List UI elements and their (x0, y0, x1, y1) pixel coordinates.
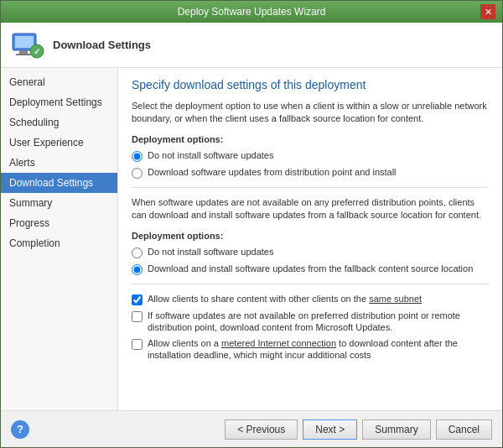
svg-rect-2 (19, 50, 28, 54)
summary-button[interactable]: Summary (362, 419, 430, 440)
checkbox2-label: If software updates are not available on… (148, 310, 489, 334)
next-button[interactable]: Next > (303, 419, 357, 440)
content-area: General Deployment Settings Scheduling U… (1, 68, 502, 410)
footer-buttons: < Previous Next > Summary Cancel (225, 419, 492, 440)
section2-option2-label: Download and install software updates fr… (148, 263, 473, 274)
section2-option1: Do not install software updates (132, 246, 489, 258)
sidebar-item-scheduling[interactable]: Scheduling (1, 112, 117, 133)
divider1 (132, 187, 489, 188)
header-title: Download Settings (53, 39, 151, 51)
page-title: Specify download settings of this deploy… (132, 78, 489, 91)
sidebar-item-completion[interactable]: Completion (1, 233, 117, 253)
help-button[interactable]: ? (11, 420, 29, 439)
checkbox1[interactable] (132, 294, 143, 305)
checkbox3-row: Allow clients on a metered Internet conn… (132, 337, 489, 362)
checkbox1-label: Allow clients to share content with othe… (148, 293, 422, 305)
section1-description: Select the deployment option to use when… (132, 100, 489, 126)
svg-rect-3 (16, 54, 31, 55)
section1-label: Deployment options: (132, 134, 489, 144)
section2-radio2[interactable] (132, 264, 143, 275)
sidebar-item-summary[interactable]: Summary (1, 193, 117, 213)
sidebar-item-general[interactable]: General (1, 72, 117, 92)
wizard-header-icon: ✓ (11, 29, 44, 62)
checkbox2[interactable] (132, 311, 143, 322)
sidebar-item-download-settings[interactable]: Download Settings (1, 173, 117, 193)
section1-option2: Download software updates from distribut… (132, 166, 489, 179)
checkbox1-row: Allow clients to share content with othe… (132, 293, 489, 305)
sidebar-item-user-experience[interactable]: User Experience (1, 133, 117, 153)
section2-option2: Download and install software updates fr… (132, 263, 489, 275)
close-button[interactable]: ✕ (480, 4, 495, 19)
section1-option1-label: Do not install software updates (148, 149, 273, 161)
divider2 (132, 284, 489, 284)
checkbox3[interactable] (132, 339, 143, 350)
section1-radio2[interactable] (132, 168, 143, 179)
svg-rect-1 (15, 36, 34, 48)
checkbox3-label: Allow clients on a metered Internet conn… (148, 337, 489, 362)
section1-option1: Do not install software updates (132, 149, 489, 162)
cancel-button[interactable]: Cancel (436, 419, 492, 440)
checkbox2-row: If software updates are not available on… (132, 310, 489, 334)
wizard-window: Deploy Software Updates Wizard ✕ ✓ Downl… (0, 0, 503, 448)
wizard-body: General Deployment Settings Scheduling U… (1, 68, 502, 410)
section1-option2-label: Download software updates from distribut… (148, 166, 397, 178)
previous-button[interactable]: < Previous (225, 419, 298, 440)
window-title: Deploy Software Updates Wizard (23, 6, 480, 18)
footer-left: ? (11, 420, 29, 439)
sidebar-item-alerts[interactable]: Alerts (1, 153, 117, 173)
wizard-header: ✓ Download Settings (1, 23, 502, 68)
section2-label: Deployment options: (132, 231, 489, 241)
section2-description: When software updates are not available … (132, 196, 489, 222)
section1-radio1[interactable] (132, 151, 143, 162)
svg-text:✓: ✓ (34, 47, 40, 56)
section2-option1-label: Do not install software updates (148, 246, 273, 258)
section2-radio1[interactable] (132, 247, 143, 258)
section2: When software updates are not available … (132, 196, 489, 275)
section1: Select the deployment option to use when… (132, 100, 489, 179)
title-bar: Deploy Software Updates Wizard ✕ (1, 1, 502, 23)
sidebar-item-deployment-settings[interactable]: Deployment Settings (1, 92, 117, 112)
sidebar: General Deployment Settings Scheduling U… (1, 68, 118, 410)
main-content: Specify download settings of this deploy… (118, 68, 502, 410)
sidebar-item-progress[interactable]: Progress (1, 213, 117, 233)
wizard-footer: ? < Previous Next > Summary Cancel (1, 410, 502, 447)
